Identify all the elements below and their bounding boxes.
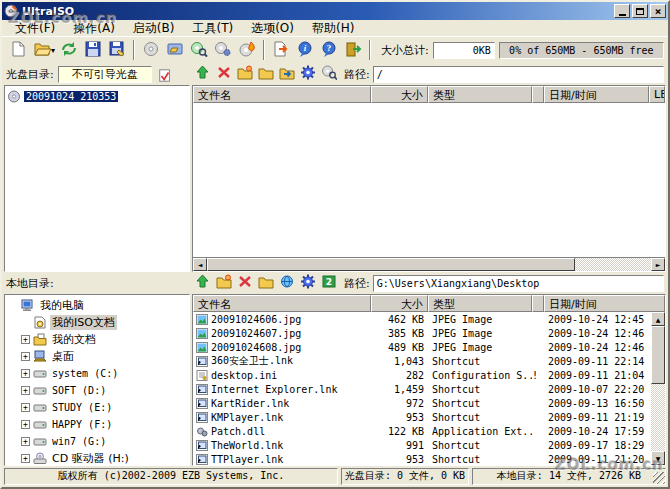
expand-plus-icon[interactable]: + xyxy=(21,420,30,429)
disc-extract-button[interactable] xyxy=(276,65,297,84)
tree-item-7[interactable]: +win7 (G:) xyxy=(7,433,189,450)
expand-plus-icon[interactable]: + xyxy=(21,437,30,446)
burn-cd-button[interactable] xyxy=(235,39,259,61)
make-cd-image-button[interactable] xyxy=(139,39,163,61)
menu-item-1[interactable]: 操作(A) xyxy=(64,19,124,38)
save-button[interactable] xyxy=(81,39,105,61)
menu-item-4[interactable]: 选项(O) xyxy=(242,19,303,38)
scroll-left-icon[interactable]: ◄ xyxy=(193,258,207,271)
open-dropdown-icon[interactable]: ▾ xyxy=(51,46,55,55)
local-settings-button[interactable] xyxy=(297,274,318,293)
title-bar[interactable]: UltraISO × xyxy=(2,2,668,20)
scroll-up-icon[interactable]: ▲ xyxy=(651,312,665,326)
scroll-right-icon[interactable]: ► xyxy=(651,258,665,271)
tree-item-my-computer[interactable]: 我的电脑 xyxy=(7,297,189,314)
menu-item-0[interactable]: 文件(F) xyxy=(6,19,64,38)
mount-virtual-button[interactable] xyxy=(163,39,187,61)
column-header-类型[interactable]: 类型 xyxy=(428,295,532,312)
file-row[interactable]: KartRider.lnk972Shortcut2009-09-13 16:50 xyxy=(193,396,651,410)
local-files-body: 20091024606.jpg462 KBJPEG Image2009-10-2… xyxy=(193,312,651,465)
file-datetime-cell: 2009-09-11 21:20 xyxy=(544,454,651,465)
disc-new-folder-button[interactable] xyxy=(234,65,255,84)
local-delete-button[interactable] xyxy=(234,274,255,293)
column-header-LB[interactable]: LB xyxy=(649,86,665,103)
column-header-日期/时间[interactable]: 日期/时间 xyxy=(544,295,665,312)
tree-item-2[interactable]: +桌面 xyxy=(7,348,189,365)
maximize-button[interactable] xyxy=(632,4,648,18)
disc-files-body[interactable] xyxy=(193,103,665,257)
file-row[interactable]: TheWorld.lnk991Shortcut2009-09-17 18:29 xyxy=(193,438,651,452)
file-row[interactable]: Patch.dll122 KBApplication Ext...2009-10… xyxy=(193,424,651,438)
expand-plus-icon[interactable]: + xyxy=(21,403,30,412)
disc-path-field[interactable]: / xyxy=(373,66,664,83)
file-row[interactable]: 20091024608.jpg489 KBJPEG Image2009-10-2… xyxy=(193,340,651,354)
vscroll-track[interactable] xyxy=(651,384,665,451)
expand-plus-icon[interactable]: + xyxy=(21,454,30,463)
export-button[interactable] xyxy=(269,39,293,61)
disc-rename-folder-button[interactable] xyxy=(255,65,276,84)
tree-item-8[interactable]: +CD 驱动器 (H:) xyxy=(7,450,189,466)
column-header-日期/时间[interactable]: 日期/时间 xyxy=(544,86,649,103)
tree-item-5[interactable]: +STUDY (E:) xyxy=(7,399,189,416)
new-image-button[interactable] xyxy=(6,39,30,61)
tree-item-4[interactable]: +SOFT (D:) xyxy=(7,382,189,399)
column-header-类型[interactable]: 类型 xyxy=(428,86,532,103)
hscroll-track[interactable] xyxy=(575,258,651,271)
menu-item-3[interactable]: 工具(T) xyxy=(183,19,242,38)
local-path-field[interactable]: G:\Users\Xiangxiang\Desktop xyxy=(373,275,664,292)
expand-plus-icon[interactable]: + xyxy=(21,386,30,395)
local-vscrollbar[interactable]: ▲ ▼ xyxy=(651,312,665,465)
mount-virtual-icon xyxy=(166,41,184,60)
column-header-flag[interactable] xyxy=(532,295,544,312)
expand-plus-icon[interactable]: + xyxy=(21,352,30,361)
file-name-cell: Internet Explorer.lnk xyxy=(193,384,371,395)
file-row[interactable]: desktop.ini282Configuration S...!2009-09… xyxy=(193,368,651,382)
disc-up-button[interactable] xyxy=(192,65,213,84)
file-row[interactable]: KMPlayer.lnk953Shortcut2009-09-11 21:19 xyxy=(193,410,651,424)
menu-item-2[interactable]: 启动(B) xyxy=(124,19,184,38)
local-up-button[interactable] xyxy=(192,274,213,293)
disc-hscrollbar[interactable]: ◄ ► xyxy=(193,257,665,271)
boot-check-button[interactable] xyxy=(156,65,177,84)
hscroll-thumb[interactable] xyxy=(207,258,575,271)
column-header-大小[interactable]: 大小 xyxy=(371,86,428,103)
scroll-down-icon[interactable]: ▼ xyxy=(651,451,665,465)
tree-item-1[interactable]: +我的文档 xyxy=(7,331,189,348)
file-row[interactable]: TTPlayer.lnk953Shortcut2009-09-11 21:20 xyxy=(193,452,651,465)
expand-plus-icon[interactable]: + xyxy=(21,369,30,378)
file-row[interactable]: 20091024606.jpg462 KBJPEG Image2009-10-2… xyxy=(193,312,651,326)
convert-button[interactable] xyxy=(57,39,81,61)
disc-view-cd-button[interactable] xyxy=(318,65,339,84)
drive-icon xyxy=(33,384,47,397)
info-button[interactable]: i xyxy=(293,39,317,61)
tree-item-6[interactable]: +HAPPY (F:) xyxy=(7,416,189,433)
local-dir-label: 本地目录: xyxy=(6,276,54,291)
disc-settings-button[interactable] xyxy=(297,65,318,84)
file-row[interactable]: 20091024607.jpg385 KBJPEG Image2009-10-2… xyxy=(193,326,651,340)
file-row[interactable]: Internet Explorer.lnk1,459Shortcut2009-1… xyxy=(193,382,651,396)
minimize-button[interactable] xyxy=(614,4,630,18)
vscroll-thumb[interactable] xyxy=(651,326,665,384)
local-rename-folder-button[interactable] xyxy=(255,274,276,293)
column-header-文件名[interactable]: 文件名 xyxy=(193,86,371,103)
close-button[interactable]: × xyxy=(650,4,666,18)
compress-image-button[interactable] xyxy=(211,39,235,61)
expand-plus-icon[interactable]: + xyxy=(21,335,30,344)
local-new-folder-button[interactable] xyxy=(213,274,234,293)
help-button[interactable]: ? xyxy=(317,39,341,61)
file-row[interactable]: 360安全卫士.lnk1,043Shortcut2009-09-11 22:14 xyxy=(193,354,651,368)
disc-root-item[interactable]: 20091024_210353 xyxy=(7,88,189,105)
column-header-flag[interactable] xyxy=(532,86,544,103)
local-second-window-button[interactable]: 2 xyxy=(318,274,339,293)
verify-cd-button[interactable] xyxy=(187,39,211,61)
exit-button[interactable] xyxy=(341,39,365,61)
tree-item-0[interactable]: 我的ISO文档 xyxy=(7,314,189,331)
column-header-大小[interactable]: 大小 xyxy=(371,295,428,312)
resize-grip[interactable] xyxy=(653,472,665,484)
local-refresh-globe-button[interactable] xyxy=(276,274,297,293)
tree-item-3[interactable]: +system (C:) xyxy=(7,365,189,382)
disc-delete-button[interactable] xyxy=(213,65,234,84)
menu-item-5[interactable]: 帮助(H) xyxy=(303,19,363,38)
save-as-button[interactable] xyxy=(105,39,129,61)
column-header-文件名[interactable]: 文件名 xyxy=(193,295,371,312)
